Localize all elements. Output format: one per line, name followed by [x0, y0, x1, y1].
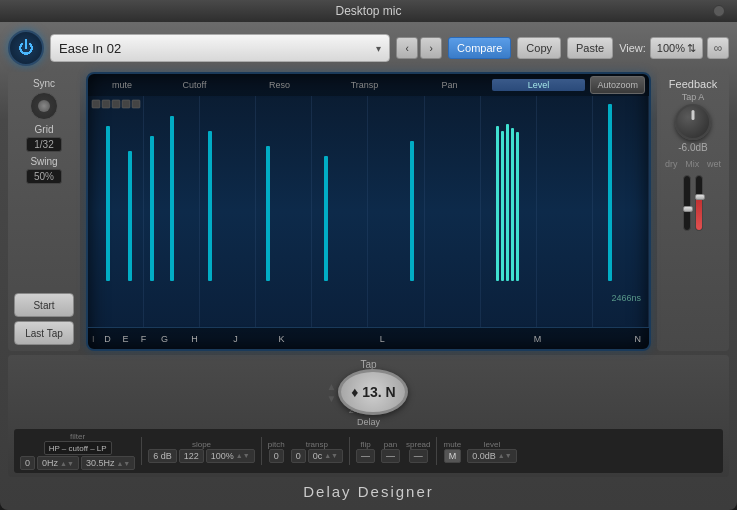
slope-value-control[interactable]: 122 [179, 449, 204, 463]
wet-slider[interactable] [695, 175, 703, 231]
delay-label: Delay [357, 417, 380, 427]
tap-g-label[interactable]: G [153, 334, 177, 344]
sync-button[interactable] [30, 92, 58, 120]
cutoff-col-header[interactable]: Cutoff [152, 80, 237, 90]
pan-col-header[interactable]: Pan [407, 80, 492, 90]
sync-led [38, 100, 50, 112]
tap-e-bar[interactable] [128, 151, 132, 281]
tap-j-label[interactable]: J [213, 334, 259, 344]
transp-label: transp [306, 440, 328, 449]
tap-d-label[interactable]: D [99, 334, 117, 344]
tap-k-label[interactable]: K [259, 334, 305, 344]
view-label: View: [619, 42, 646, 54]
swing-label: Swing [30, 156, 57, 167]
tap-m-bar4[interactable] [511, 128, 514, 281]
last-tap-button[interactable]: Last Tap [14, 321, 74, 345]
preset-arrow-icon: ▾ [376, 43, 381, 54]
tap-n-bar[interactable] [608, 104, 612, 281]
mix-section: dry Mix wet [663, 159, 723, 231]
tap-h-label[interactable]: H [177, 334, 213, 344]
tap-m-label[interactable]: M [460, 334, 615, 344]
spread-control[interactable]: — [409, 449, 428, 463]
close-button[interactable] [713, 5, 725, 17]
flip-label: flip [360, 440, 370, 449]
feedback-knob[interactable] [675, 104, 711, 140]
sep4 [436, 437, 437, 465]
tap-a-label: Tap A [682, 92, 705, 102]
tap-dial-container: ▲ ▼ ♦ 13. N [327, 369, 411, 415]
tap-dial[interactable]: ♦ 13. N [338, 369, 408, 415]
wet-track-fill [696, 198, 702, 230]
tap-down-arrow-icon[interactable]: ▼ [327, 393, 337, 404]
filter-type-control[interactable]: HP – cutoff – LP [44, 441, 112, 455]
tap-f-bar[interactable] [150, 136, 154, 281]
mix-header: dry Mix wet [663, 159, 723, 169]
tap-g-bar[interactable] [170, 116, 174, 281]
mix-sliders [683, 171, 703, 231]
nav-next-button[interactable]: › [420, 37, 442, 59]
right-panel: Feedback Tap A -6.0dB dry Mix wet [657, 72, 729, 351]
tap-k-bar[interactable] [324, 156, 328, 281]
transp-col-header[interactable]: Transp [322, 80, 407, 90]
dry-slider[interactable] [683, 175, 691, 231]
link-button[interactable]: ∞ [707, 37, 729, 59]
preset-name: Ease In 02 [59, 41, 121, 56]
flip-control[interactable]: — [356, 449, 375, 463]
compare-button[interactable]: Compare [448, 37, 511, 59]
tap-m-bar2[interactable] [501, 131, 504, 281]
mute-control[interactable]: M [444, 449, 462, 463]
pan-label: pan [384, 440, 397, 449]
tap-j-bar[interactable] [266, 146, 270, 281]
sep2 [261, 437, 262, 465]
tap-h-bar[interactable] [208, 131, 212, 281]
paste-button[interactable]: Paste [567, 37, 613, 59]
slope-db-control[interactable]: 6 dB [148, 449, 177, 463]
transp-control1[interactable]: 0 [291, 449, 306, 463]
tap-e-label[interactable]: E [117, 334, 135, 344]
tap-d-bar[interactable] [106, 126, 110, 281]
grid-value[interactable]: 1/32 [26, 137, 62, 152]
mix-label: Mix [685, 159, 699, 169]
filter-hz2-control[interactable]: 30.5Hz ▲▼ [81, 456, 135, 470]
autozoom-button[interactable]: Autozoom [590, 76, 645, 94]
grid-label: Grid [35, 124, 54, 135]
power-button[interactable]: ⏻ [8, 30, 44, 66]
main-display: mute Cutoff Reso Transp Pan Level Autozo… [86, 72, 651, 351]
nav-prev-button[interactable]: ‹ [396, 37, 418, 59]
tap-l-bar[interactable] [410, 141, 414, 281]
slope-group: slope 6 dB 122 100% ▲▼ [148, 440, 254, 463]
filter-hz-control[interactable]: 0Hz ▲▼ [37, 456, 79, 470]
flip-group: flip — [356, 440, 375, 463]
swing-value[interactable]: 50% [26, 169, 62, 184]
start-button[interactable]: Start [14, 293, 74, 317]
tap-up-arrow-icon[interactable]: ▲ [327, 381, 337, 392]
pan-control[interactable]: — [381, 449, 400, 463]
level-param-label: level [484, 440, 500, 449]
pitch-group: pitch 0 [268, 440, 285, 463]
tap-n-label[interactable]: N [615, 334, 645, 344]
zoom-control[interactable]: 100% ⇅ [650, 37, 703, 59]
level-col-header[interactable]: Level [492, 79, 585, 91]
tap-m-bar3[interactable] [506, 124, 509, 281]
svg-rect-4 [132, 100, 140, 108]
slope-pct-control[interactable]: 100% ▲▼ [206, 449, 255, 463]
tap-f-label[interactable]: F [135, 334, 153, 344]
zoom-value: 100% [657, 42, 685, 54]
pan-group: pan — [381, 440, 400, 463]
level-control[interactable]: 0.0dB ▲▼ [467, 449, 516, 463]
taps-svg [88, 96, 649, 327]
tap-m-bar1[interactable] [496, 126, 499, 281]
copy-button[interactable]: Copy [517, 37, 561, 59]
filter-setting-control[interactable]: 0 [20, 456, 35, 470]
tap-l-label[interactable]: L [305, 334, 460, 344]
tap-m-bar5[interactable] [516, 132, 519, 281]
preset-dropdown[interactable]: Ease In 02 ▾ [50, 34, 390, 62]
main-container: ⏻ Ease In 02 ▾ ‹ › Compare Copy Paste Vi… [0, 22, 737, 510]
wet-label: wet [707, 159, 721, 169]
transp-control2[interactable]: 0c ▲▼ [308, 449, 343, 463]
link-icon: ∞ [714, 41, 723, 55]
wet-slider-thumb [695, 194, 705, 200]
reso-col-header[interactable]: Reso [237, 80, 322, 90]
pitch-control[interactable]: 0 [269, 449, 284, 463]
tap-dial-arrows: ▲ ▼ [327, 381, 337, 404]
